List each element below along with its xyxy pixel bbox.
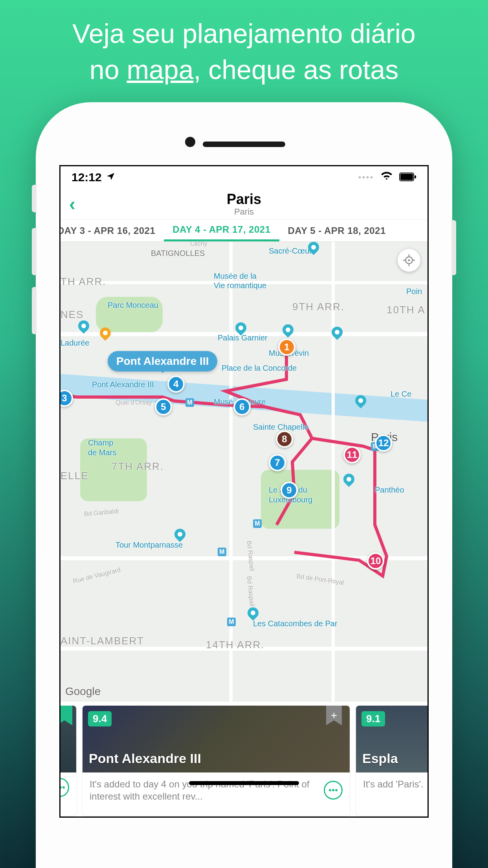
map-poi-label: Les Catacombes de Par — [253, 619, 338, 628]
rating-badge: 9.4 — [88, 711, 112, 726]
map-district-label: 9TH ARR. — [292, 301, 345, 313]
map-poi-label: Champ — [88, 438, 113, 447]
map-district-label: ELLE — [61, 470, 89, 482]
promo-line2-post: , cheque as rotas — [193, 55, 398, 85]
back-button[interactable]: ‹ — [69, 193, 75, 215]
promo-headline: Veja seu planejamento diário no mapa, ch… — [0, 0, 488, 88]
map-road-label: Quai d'Orsay — [116, 399, 152, 406]
status-bar: 12:12 •••• — [61, 166, 427, 188]
svg-point-4 — [408, 259, 410, 261]
map-district-label: 7TH ARR. — [112, 460, 164, 473]
metro-icon: M — [253, 519, 262, 528]
status-time: 12:12 — [72, 171, 102, 184]
route-marker-8[interactable]: 8 — [276, 430, 293, 448]
bookmark-icon[interactable] — [59, 706, 72, 725]
map-poi-label: Tour Montparnasse — [116, 541, 183, 550]
map-poi-label: Pont Alexandre III — [92, 380, 154, 389]
promo-underline: mapa — [127, 55, 193, 85]
google-logo: Google — [65, 685, 101, 698]
phone-volume-up — [32, 228, 37, 275]
map-view[interactable]: BATIGNOLLES Sacré-Cœur Clichy Musée de l… — [61, 242, 427, 702]
card-description: It's add 'Paris'. — [363, 778, 429, 790]
more-button[interactable] — [59, 778, 69, 797]
route-marker-4[interactable]: 4 — [167, 375, 185, 393]
map-poi-label: Vie romantique — [214, 281, 266, 290]
home-indicator[interactable] — [189, 781, 299, 785]
place-cards-strip[interactable]: 9.4 + Pont Alexandre III It's added to d… — [61, 702, 427, 818]
map-poi-label: Sacré-Cœur — [269, 246, 312, 256]
svg-point-10 — [59, 786, 62, 789]
phone-camera — [185, 137, 195, 147]
metro-icon: M — [227, 618, 236, 626]
map-district-label: 10TH A — [387, 304, 426, 316]
phone-mute-switch — [32, 185, 37, 212]
prev-card[interactable] — [59, 706, 76, 816]
map-poi-label: Parc Monceau — [108, 301, 158, 310]
phone-power — [451, 220, 456, 275]
header: ‹ Paris Paris — [61, 188, 427, 220]
screen: 12:12 •••• ‹ Paris Paris — [59, 165, 429, 818]
route-marker-11[interactable]: 11 — [343, 446, 361, 463]
location-icon — [106, 171, 115, 184]
cellular-dots: •••• — [358, 173, 374, 182]
map-poi-label: Panthéo — [375, 485, 404, 495]
route-marker-9[interactable]: 9 — [281, 482, 298, 499]
route-marker-12[interactable]: 12 — [375, 434, 392, 452]
card-title: Espla — [362, 751, 398, 766]
svg-point-11 — [62, 786, 65, 789]
tab-day-3[interactable]: DAY 3 - APR 16, 2021 — [61, 220, 164, 241]
route-marker-10[interactable]: 10 — [367, 552, 384, 570]
day-tabs[interactable]: DAY 3 - APR 16, 2021 DAY 4 - APR 17, 202… — [61, 220, 427, 242]
svg-rect-1 — [400, 174, 413, 180]
map-district-label: AINT-LAMBERT — [61, 635, 144, 647]
phone-speaker — [203, 142, 285, 147]
metro-icon: M — [218, 548, 226, 556]
promo-line1: Veja seu planejamento diário — [72, 18, 415, 48]
map-poi-label: Place de la Concorde — [222, 364, 297, 373]
tab-day-5[interactable]: DAY 5 - APR 18, 2021 — [279, 220, 394, 241]
page-title: Paris — [227, 191, 261, 208]
page-subtitle: Paris — [227, 207, 261, 217]
place-card[interactable]: 9.4 + Pont Alexandre III It's added to d… — [83, 706, 350, 816]
map-district-label: TH ARR. — [61, 276, 106, 288]
map-road-label: Clichy — [190, 242, 207, 247]
phone-frame: 12:12 •••• ‹ Paris Paris — [36, 102, 452, 868]
add-bookmark-button[interactable]: + — [326, 706, 342, 725]
svg-point-14 — [335, 789, 338, 791]
phone-volume-down — [32, 287, 37, 334]
map-poi-label: Palais Garnier — [218, 333, 268, 342]
locate-me-button[interactable] — [398, 249, 420, 272]
map-poi-label: Musée de la — [214, 272, 257, 281]
tab-day-4[interactable]: DAY 4 - APR 17, 2021 — [164, 220, 279, 241]
svg-point-13 — [332, 789, 334, 791]
map-poi-label: Sainte Chapelle — [253, 423, 308, 432]
map-district-label: 14TH ARR. — [206, 639, 265, 651]
battery-icon — [399, 171, 416, 184]
wifi-icon — [380, 171, 393, 184]
map-district-label: NES — [61, 309, 84, 321]
map-poi-label: de Mars — [88, 448, 116, 457]
route-marker-1[interactable]: 1 — [278, 338, 295, 356]
map-callout[interactable]: Pont Alexandre III — [108, 351, 217, 371]
next-card[interactable]: 9.1 Espla It's add 'Paris'. — [356, 706, 429, 816]
route-marker-5[interactable]: 5 — [155, 398, 172, 416]
map-poi-label: Le Ce — [391, 390, 411, 399]
rating-badge: 9.1 — [361, 711, 385, 726]
card-title: Pont Alexandre III — [89, 751, 201, 766]
map-poi-label: Ladurée — [61, 338, 89, 348]
route-marker-7[interactable]: 7 — [269, 454, 286, 471]
svg-rect-2 — [415, 175, 416, 178]
svg-point-12 — [329, 789, 331, 791]
promo-line2-pre: no — [90, 55, 127, 85]
map-poi-label: Poin — [406, 287, 422, 296]
more-button[interactable] — [324, 781, 343, 800]
route-marker-6[interactable]: 6 — [233, 398, 251, 416]
metro-icon: M — [185, 398, 194, 407]
map-neighborhood-label: BATIGNOLLES — [151, 249, 205, 258]
